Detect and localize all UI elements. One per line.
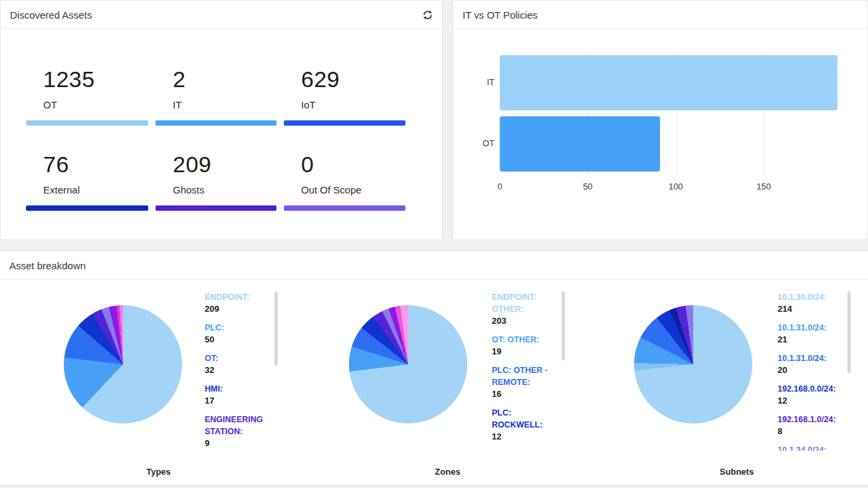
discovered-assets-title: Discovered Assets [10, 9, 92, 21]
legend-item: PLC:50 [205, 322, 271, 346]
legend-scrollbar-thumb[interactable] [274, 291, 278, 366]
asset-stat: 629IoT [284, 67, 405, 126]
stat-color-bar [284, 120, 405, 126]
pie-chart-zones[interactable] [349, 305, 467, 424]
legend-label: PLC: [205, 322, 271, 334]
legend-item: ENDPOINT: OTHER:203 [492, 291, 558, 327]
asset-stat: 1235OT [26, 67, 148, 126]
assets-stats-grid: 1235OT2IT629IoT76External209Ghosts0Out O… [26, 67, 405, 211]
y-axis-category-label: OT [468, 138, 494, 148]
legend-item: 192.168.1.0/24:8 [778, 414, 844, 437]
legend-label: 192.168.0.0/24: [778, 383, 844, 395]
stat-value: 209 [156, 152, 276, 176]
legend-value: 50 [205, 334, 271, 346]
legend-scrollbar-thumb[interactable] [562, 291, 565, 360]
legend-value: 12 [492, 431, 558, 443]
pie-panel: ENDPOINT:209PLC:50OT:32HMI:17ENGINEERING… [0, 280, 289, 486]
policies-card: IT vs OT Policies 050100150ITOT [453, 0, 868, 240]
legend-label: ENDPOINT: [205, 291, 271, 303]
refresh-button[interactable] [421, 9, 433, 21]
asset-stat: 209Ghosts [156, 152, 276, 211]
dashboard: Discovered Assets 1235OT2IT629IoT76Exter… [0, 0, 868, 488]
asset-breakdown-section: Asset breakdown ENDPOINT:209PLC:50OT:32H… [0, 251, 868, 485]
stat-value: 76 [26, 152, 148, 176]
pie-panels: ENDPOINT:209PLC:50OT:32HMI:17ENGINEERING… [0, 280, 868, 486]
stat-label: External [26, 184, 148, 196]
policy-bar[interactable] [500, 116, 660, 172]
asset-breakdown-header: Asset breakdown [0, 251, 868, 280]
pie-chart-subnets[interactable] [634, 305, 752, 424]
legend-item: 10.1.30.0/24:214 [778, 291, 844, 315]
discovered-assets-header: Discovered Assets [1, 1, 442, 29]
legend-label: ENDPOINT: OTHER: [492, 291, 558, 315]
legend-value: 16 [492, 388, 558, 400]
legend-value: 17 [205, 395, 271, 407]
legend-item: ENGINEERING STATION:9 [205, 414, 271, 449]
legend-item: ENDPOINT:209 [205, 291, 271, 315]
pie-legend-wrap: ENDPOINT: OTHER:203OT: OTHER:19PLC: OTHE… [492, 291, 558, 451]
stat-label: IoT [284, 99, 405, 111]
stat-label: Ghosts [156, 184, 276, 196]
x-axis-tick-label: 50 [583, 182, 592, 191]
legend-item: 10.1.31.0/24:20 [778, 352, 844, 376]
legend-value: 20 [778, 364, 844, 376]
legend-value: 9 [205, 437, 271, 449]
asset-stat: 2IT [156, 67, 276, 126]
legend-label: OT: [205, 352, 271, 364]
policy-bar[interactable] [500, 55, 837, 110]
legend-label: ENGINEERING STATION: [205, 414, 271, 437]
y-axis-category-label: IT [468, 77, 494, 87]
asset-breakdown-title: Asset breakdown [9, 260, 86, 271]
stat-value: 0 [284, 152, 405, 176]
stat-label: IT [156, 99, 276, 111]
x-axis-tick-label: 0 [497, 182, 502, 191]
stat-color-bar [284, 205, 405, 211]
stat-value: 629 [284, 67, 405, 91]
pie-caption: Types [0, 467, 289, 477]
pie-legend: ENDPOINT: OTHER:203OT: OTHER:19PLC: OTHE… [492, 291, 558, 451]
pie-legend: 10.1.30.0/24:21410.1.31.0/24:2110.1.31.0… [778, 291, 844, 451]
legend-item: PLC: ROCKWELL:12 [492, 407, 558, 443]
refresh-icon [422, 9, 433, 21]
legend-value: 8 [778, 426, 844, 437]
legend-value: 32 [205, 364, 271, 376]
asset-stat: 0Out Of Scope [284, 152, 405, 211]
discovered-assets-card: Discovered Assets 1235OT2IT629IoT76Exter… [0, 0, 443, 240]
legend-item: OT:32 [205, 352, 271, 376]
legend-label: PLC: OTHER - REMOTE: [492, 364, 558, 388]
legend-item: HMI: S7: [492, 449, 558, 451]
legend-item: 10.1.31.0/24:21 [778, 322, 844, 346]
legend-label: 10.1.31.0/24: [778, 352, 844, 364]
legend-label: OT: OTHER: [492, 334, 558, 346]
legend-label: 192.168.1.0/24: [778, 414, 844, 426]
pie-panel: 10.1.30.0/24:21410.1.31.0/24:2110.1.31.0… [578, 280, 867, 486]
stat-value: 1235 [26, 67, 148, 91]
legend-item: 192.168.0.0/24:12 [778, 383, 844, 407]
legend-label: PLC: ROCKWELL: [492, 407, 558, 431]
asset-stat: 76External [26, 152, 148, 211]
legend-value: 19 [492, 346, 558, 358]
stat-color-bar [26, 205, 148, 211]
legend-label: 10.1.30.0/24: [778, 291, 844, 303]
pie-legend: ENDPOINT:209PLC:50OT:32HMI:17ENGINEERING… [205, 291, 271, 451]
pie-chart-types[interactable] [64, 305, 182, 424]
pie-panel: ENDPOINT: OTHER:203OT: OTHER:19PLC: OTHE… [289, 280, 578, 486]
pie-legend-wrap: 10.1.30.0/24:21410.1.31.0/24:2110.1.31.0… [778, 291, 844, 451]
legend-item: 10.1.34.0/24: [778, 444, 844, 451]
x-axis-tick-label: 150 [756, 182, 771, 191]
policies-title: IT vs OT Policies [463, 9, 538, 21]
legend-label: HMI: [205, 383, 271, 395]
legend-value: 214 [778, 303, 844, 315]
legend-label: 10.1.31.0/24: [778, 322, 844, 334]
legend-scrollbar-thumb[interactable] [847, 291, 851, 373]
legend-label: 10.1.34.0/24: [778, 444, 844, 451]
legend-label: HMI: S7: [492, 449, 558, 451]
policies-header: IT vs OT Policies [453, 1, 867, 29]
legend-value: 203 [492, 315, 558, 327]
legend-value: 21 [778, 334, 844, 346]
legend-value: 209 [205, 303, 271, 315]
stat-value: 2 [156, 67, 276, 91]
policies-bar-chart: 050100150ITOT [500, 55, 839, 176]
pie-legend-wrap: ENDPOINT:209PLC:50OT:32HMI:17ENGINEERING… [205, 291, 271, 451]
stat-color-bar [156, 120, 276, 126]
